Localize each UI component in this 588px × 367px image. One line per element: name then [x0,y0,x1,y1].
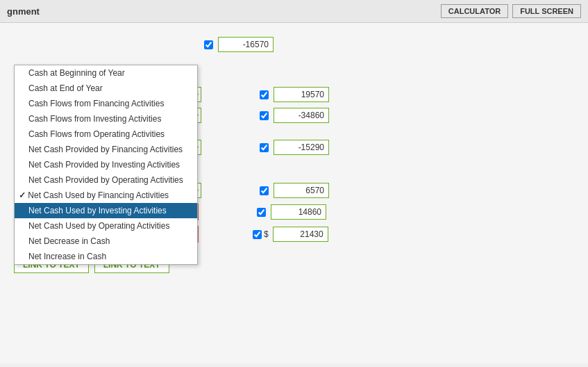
dropdown-item-cash-begin[interactable]: Cash at Beginning of Year [15,65,197,81]
value-box-7: 21430 [273,227,328,242]
checkbox-1-cell [201,40,215,49]
checkbox-5b[interactable] [260,186,269,195]
value-box-5: 6570 [274,183,329,198]
checkbox-4b[interactable] [260,143,269,152]
dropdown-item-cf-investing[interactable]: Cash Flows from Investing Activities [15,111,197,127]
value-box-3: -34860 [274,108,329,123]
checkbox-2b[interactable] [260,90,269,99]
dropdown-item-cash-end[interactable]: Cash at End of Year [15,81,197,96]
value-box-1: -16570 [218,37,274,52]
dropdown-item-ncu-operating[interactable]: Net Cash Used by Operating Activities [15,218,197,234]
checkbox-4b-cell [257,143,271,152]
checkbox-7b[interactable] [253,230,262,239]
dropdown-item-ncp-investing[interactable]: Net Cash Provided by Investing Activitie… [15,157,197,172]
dropdown-item-ncu-financing[interactable]: Net Cash Used by Financing Activities [15,188,197,203]
calculator-button[interactable]: CALCULATOR [441,4,508,18]
checkbox-1[interactable] [204,40,213,49]
dollar-label-7: $ [264,229,269,239]
top-bar: gnment CALCULATOR FULL SCREEN [0,0,588,23]
checkbox-6b-cell [254,208,268,217]
dropdown-item-net-decrease[interactable]: Net Decrease in Cash [15,234,197,249]
fullscreen-button[interactable]: FULL SCREEN [512,4,581,18]
dropdown-item-ncp-financing[interactable]: Net Cash Provided by Financing Activitie… [15,142,197,157]
page-title: gnment [7,6,40,17]
checkbox-6b[interactable] [257,208,266,217]
checkbox-3b[interactable] [260,111,269,120]
top-buttons: CALCULATOR FULL SCREEN [441,4,581,18]
value-box-4: -15290 [274,140,329,155]
checkbox-3b-cell [257,111,271,120]
checkbox-7b-cell [250,230,264,239]
dropdown-item-cf-financing[interactable]: Cash Flows from Financing Activities [15,96,197,111]
dropdown-item-ncu-investing[interactable]: Net Cash Used by Investing Activities [15,203,197,218]
value-box-2: 19570 [274,87,329,102]
dropdown-item-ncp-operating[interactable]: Net Cash Provided by Operating Activitie… [15,172,197,188]
checkbox-5b-cell [257,186,271,195]
dropdown-menu: Cash at Beginning of Year Cash at End of… [14,65,198,265]
value-box-6: 14860 [271,204,326,220]
main-content: Cash at Beginning of Year Cash at End of… [0,23,588,364]
dropdown-item-net-increase[interactable]: Net Increase in Cash [15,249,197,264]
field-row-1: -16570 [201,37,574,52]
checkbox-2b-cell [257,90,271,99]
dropdown-item-cf-operating[interactable]: Cash Flows from Operating Activities [15,127,197,142]
